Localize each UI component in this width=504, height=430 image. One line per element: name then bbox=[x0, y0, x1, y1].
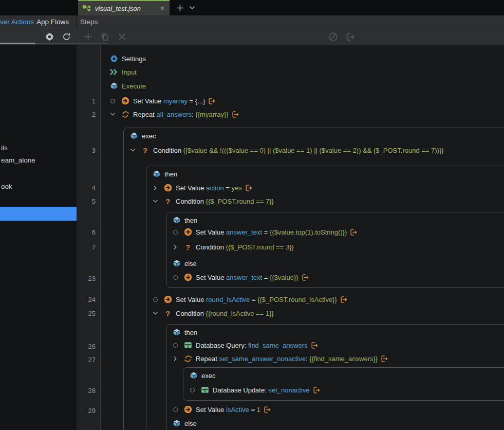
step-set-value[interactable]: Set Value action = yes bbox=[151, 181, 253, 194]
question-mark-icon: ? bbox=[163, 309, 172, 318]
step-equals: = bbox=[188, 97, 195, 105]
chevron-down-icon[interactable] bbox=[151, 309, 159, 317]
step-keyword: Database Query: bbox=[196, 342, 248, 349]
step-set-value[interactable]: Set Value answer_text = {{$value}} bbox=[171, 271, 309, 284]
step-value: 1 bbox=[257, 406, 260, 414]
chevron-right-icon[interactable] bbox=[171, 354, 179, 363]
chevron-down-icon[interactable] bbox=[128, 146, 137, 154]
step-repeat[interactable]: Repeat all_answers: {{myarray}} bbox=[108, 107, 239, 121]
line-number: 26 bbox=[88, 339, 96, 353]
step-keyword: Repeat bbox=[133, 111, 157, 118]
output-enabled-icon bbox=[381, 355, 388, 362]
step-value: {...} bbox=[195, 97, 206, 105]
sidebar-item[interactable]: eam_alone bbox=[0, 153, 77, 167]
step-set-value[interactable]: Set Value isActive = 1 bbox=[171, 403, 271, 416]
section-label: then bbox=[184, 217, 197, 224]
step-condition[interactable]: ? Condition {{round_isActive == 1}} bbox=[151, 307, 274, 320]
file-tab-visual-test[interactable]: visual_test.json × bbox=[78, 0, 170, 15]
step-input[interactable]: Input bbox=[109, 65, 137, 79]
line-number: 1 bbox=[92, 94, 96, 107]
actions-tree-sidebar: ils eam_alone ook bbox=[0, 45, 77, 430]
step-bullet bbox=[108, 97, 117, 105]
tab-server-actions[interactable]: ver Actions bbox=[0, 15, 34, 28]
line-number-gutter: 1 2 3 4 5 6 7 23 24 25 26 27 28 29 bbox=[77, 45, 101, 430]
step-keyword: Condition bbox=[153, 147, 183, 154]
section-then[interactable]: then bbox=[152, 167, 177, 181]
step-equals: = bbox=[249, 406, 257, 414]
tab-app-flows[interactable]: App Flows bbox=[36, 15, 69, 28]
disable-step-button[interactable] bbox=[326, 28, 340, 45]
delete-step-button[interactable] bbox=[115, 28, 128, 45]
step-keyword: Repeat bbox=[196, 355, 219, 363]
question-mark-icon: ? bbox=[141, 146, 150, 155]
section-label: exec bbox=[142, 132, 156, 140]
step-condition[interactable]: ? Condition {{$_POST.round == 7}} bbox=[151, 194, 274, 208]
line-number: 23 bbox=[88, 272, 96, 285]
new-tab-button[interactable] bbox=[174, 0, 186, 15]
step-database-query[interactable]: Database Query: find_same_answers bbox=[171, 338, 319, 352]
cube-icon bbox=[172, 419, 181, 428]
step-expression: {{$value}} bbox=[270, 274, 298, 281]
step-condition[interactable]: ? Condition {{$value && !((($value == 0)… bbox=[128, 144, 444, 157]
chevron-right-icon[interactable] bbox=[171, 243, 179, 251]
step-repeat[interactable]: Repeat set_same_answer_nonactive: {{find… bbox=[171, 352, 388, 365]
output-enabled-icon bbox=[341, 296, 348, 303]
step-keyword: Condition bbox=[176, 198, 206, 205]
step-name: answer_text bbox=[226, 274, 262, 281]
step-bullet bbox=[171, 273, 179, 281]
step-execute[interactable]: Execute bbox=[109, 79, 146, 93]
step-expression: {{$_POST.round == 3}} bbox=[226, 243, 294, 251]
tab-list-chevron-down-icon[interactable] bbox=[186, 0, 198, 15]
cube-icon bbox=[109, 82, 118, 91]
scrollbar-thumb[interactable] bbox=[0, 43, 35, 44]
close-tab-icon[interactable]: × bbox=[159, 4, 165, 12]
output-enabled-icon bbox=[209, 98, 216, 104]
output-enabled-icon bbox=[313, 387, 321, 393]
section-exec[interactable]: exec bbox=[129, 129, 156, 142]
line-number: 28 bbox=[88, 384, 96, 397]
set-value-icon bbox=[183, 228, 192, 237]
step-expression: {{$value.top(1).toString()}} bbox=[270, 228, 347, 236]
line-number: 24 bbox=[88, 293, 96, 306]
output-enabled-icon bbox=[232, 111, 239, 118]
repeat-icon bbox=[121, 110, 129, 119]
step-equals: = bbox=[224, 184, 232, 192]
step-label: Input bbox=[122, 68, 137, 76]
section-else[interactable]: else bbox=[172, 257, 197, 270]
step-keyword: Set Value bbox=[133, 97, 163, 105]
chevron-right-icon[interactable] bbox=[151, 184, 159, 192]
line-number: 2 bbox=[92, 107, 96, 121]
step-value: yes bbox=[232, 184, 242, 192]
sidebar-item[interactable]: ook bbox=[0, 180, 77, 193]
step-expression: {{$_POST.round_isActive}} bbox=[257, 296, 337, 303]
step-label: Execute bbox=[122, 82, 146, 90]
step-set-value[interactable]: Set Value answer_text = {{$value.top(1).… bbox=[171, 225, 358, 239]
step-name: all_answers bbox=[157, 111, 192, 118]
step-bullet bbox=[171, 228, 179, 236]
step-label: Settings bbox=[122, 55, 146, 63]
cube-icon bbox=[172, 328, 181, 337]
step-set-value[interactable]: Set Value round_isActive = {{$_POST.roun… bbox=[151, 293, 348, 306]
chevron-down-icon[interactable] bbox=[151, 197, 159, 205]
step-settings[interactable]: Settings bbox=[109, 52, 146, 65]
cube-icon bbox=[172, 259, 181, 268]
output-enabled-icon bbox=[350, 229, 358, 236]
step-set-value[interactable]: Set Value myarray = {...} bbox=[108, 94, 216, 107]
section-else[interactable]: else bbox=[172, 417, 197, 430]
cube-icon bbox=[129, 132, 138, 140]
step-equals: = bbox=[250, 296, 257, 303]
sidebar-item[interactable]: ils bbox=[0, 141, 77, 154]
flow-file-icon bbox=[82, 4, 91, 13]
output-enabled-icon bbox=[264, 406, 271, 413]
set-value-icon bbox=[163, 295, 172, 304]
section-then[interactable]: then bbox=[172, 326, 197, 339]
step-condition[interactable]: ? Condition {{$_POST.round == 3}} bbox=[171, 240, 294, 254]
section-exec[interactable]: exec bbox=[189, 369, 215, 382]
chevron-down-icon[interactable] bbox=[108, 110, 117, 118]
line-number: 7 bbox=[92, 240, 96, 254]
sidebar-selected-item[interactable] bbox=[0, 207, 77, 221]
line-number: 27 bbox=[88, 353, 96, 366]
output-toggle-button[interactable] bbox=[344, 28, 358, 45]
step-database-update[interactable]: Database Update: set_nonactive bbox=[188, 383, 321, 397]
step-expression: {{$value && !((($value == 0) || ($value … bbox=[183, 147, 444, 154]
